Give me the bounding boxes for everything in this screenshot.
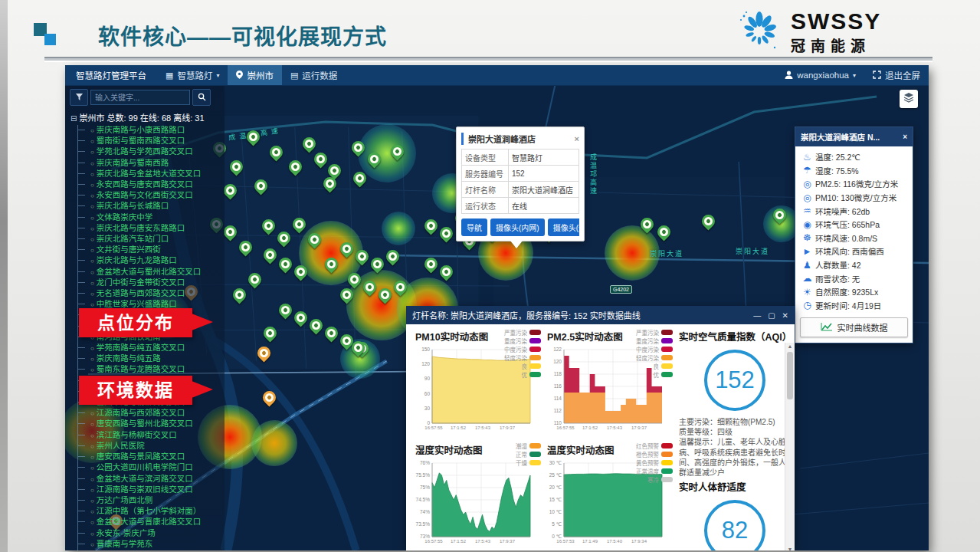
sidebar-tree-item[interactable]: ○金盆地大道与滨河路交叉口 xyxy=(77,474,225,485)
legend-swatch xyxy=(661,460,673,465)
nav-item-run-data[interactable]: ▤ 运行数据 xyxy=(282,65,346,85)
sidebar-tree-item[interactable]: ○崇庆南路与小康西路路口 xyxy=(77,125,225,136)
environment-reading-row: ☂湿度: 75.5% xyxy=(801,164,910,178)
svg-text:16:57:55: 16:57:55 xyxy=(556,426,575,430)
sidebar-tree-item[interactable]: ○公园大道四川机电学院门口 xyxy=(77,462,225,473)
nav-item-city[interactable]: 崇州市 xyxy=(228,65,282,85)
legend-swatch xyxy=(529,330,541,335)
scroll-up-icon[interactable]: ▲ xyxy=(788,343,793,350)
sidebar-tree-item[interactable]: ○崇庆南路与蜀南西路 xyxy=(77,158,225,169)
chart-legend: 红色预警橙色预警黄色预警正常温度寒冷 xyxy=(636,442,673,484)
sidebar-tree-item[interactable]: ○文井街与唐兴西街 xyxy=(77,245,225,255)
close-icon[interactable]: × xyxy=(575,134,579,143)
lamp-node-icon: ○ xyxy=(90,519,94,526)
svg-text:17:9:37: 17:9:37 xyxy=(631,426,647,430)
lamp-node-icon: ○ xyxy=(90,171,94,178)
sidebar-tree-item[interactable]: ○万达广场西北侧 xyxy=(77,495,225,506)
realtime-panel-titlebar[interactable]: 灯杆名称: 崇阳大道涧峰酒店，服务器编号: 152 实时数据曲线 —▢✕ xyxy=(406,306,795,324)
sidebar-tree-item[interactable]: ○无名道路与西郊路交叉口 xyxy=(77,288,225,299)
sidebar-tree-item[interactable]: ○江源南路与崇双旧线交叉口 xyxy=(77,485,225,495)
svg-text:122: 122 xyxy=(553,347,562,352)
lamp-node-icon: ○ xyxy=(90,508,94,515)
funnel-icon xyxy=(75,90,84,104)
nav-item-label: 崇州市 xyxy=(247,69,274,81)
svg-text:20 ℃: 20 ℃ xyxy=(549,485,562,490)
svg-text:114: 114 xyxy=(554,396,562,401)
map-layers-button[interactable] xyxy=(900,90,918,108)
svg-text:17:9:37: 17:9:37 xyxy=(500,426,516,430)
sidebar-tree-item[interactable]: ○永安西路与文化西街交叉口 xyxy=(77,190,225,201)
minimize-icon[interactable]: — xyxy=(753,311,761,320)
logo-brand-text: SWSSY xyxy=(791,10,881,33)
svg-text:17:9:37: 17:9:37 xyxy=(500,539,516,544)
svg-text:17:1:49: 17:1:49 xyxy=(582,539,598,544)
reading-text: 人群数量: 42 xyxy=(815,259,861,271)
lamp-node-icon: ○ xyxy=(90,498,94,504)
lamp-node-icon: ○ xyxy=(90,356,94,363)
sidebar-tree-item[interactable]: ○蜀南东路与龙腾路交叉口 xyxy=(77,364,225,375)
popup-action-button[interactable]: 摄像头(外网) xyxy=(548,219,579,236)
svg-text:15 ℃: 15 ℃ xyxy=(549,497,562,502)
close-icon[interactable]: ✕ xyxy=(782,311,788,320)
reading-text: 环境噪声: 62db xyxy=(815,205,870,217)
sidebar-tree-item[interactable]: ○唐安西路与景凤路交叉口 xyxy=(77,452,225,462)
sidebar-tree-item[interactable]: ○金盆地大道与蜀州北路交叉口 xyxy=(77,267,225,278)
sidebar-tree-item[interactable]: ○崇庆北路与长城路口 xyxy=(77,201,225,212)
sidebar-tree-item[interactable]: ○唐安西路与蜀州北路交叉口 xyxy=(77,419,225,429)
sidebar-tree-item[interactable]: ○崇庆南路与纯五路 xyxy=(77,353,225,364)
sidebar-tree-item[interactable]: ○文体路与团结路 xyxy=(77,550,225,550)
sidebar-tree-item[interactable]: ○龙门中街与金带街交叉口 xyxy=(77,278,225,288)
sidebar-tree-item[interactable]: ○金盆地大道与晋康北路交叉口 xyxy=(77,517,225,527)
search-button[interactable] xyxy=(192,89,211,106)
tree-root-node[interactable]: ⊟崇州市 总数: 99 在线: 68 离线: 31 xyxy=(70,111,225,123)
scroll-down-icon[interactable]: ▼ xyxy=(788,546,793,550)
slide-left-strip xyxy=(0,0,8,552)
legend-entry: 良 xyxy=(504,362,541,370)
close-icon[interactable]: × xyxy=(903,133,907,141)
legend-entry: 严重污染 xyxy=(636,328,673,337)
comfort-title: 实时人体舒适度 xyxy=(679,479,791,494)
search-input[interactable] xyxy=(90,90,190,105)
sidebar-tree-item[interactable]: ○崇庆北路与九龙路路口 xyxy=(77,255,225,266)
realtime-curve-button[interactable]: 实时曲线数据 xyxy=(800,317,908,337)
street-label: 崇阳大道 xyxy=(650,248,683,258)
sidebar-tree-item[interactable]: ○永安东-崇庆广场 xyxy=(77,528,225,539)
sidebar-tree-item[interactable]: ○崇庆北路汽车站门口 xyxy=(77,234,225,245)
legend-swatch xyxy=(529,363,541,369)
sidebar-tree-item[interactable]: ○江源南路与西郊路交叉口 xyxy=(77,408,225,419)
sidebar-tree-item[interactable]: ○学苑北路与学苑西路交叉口 xyxy=(77,146,225,157)
lamp-node-icon: ○ xyxy=(90,236,94,243)
people-count-icon: ♟ xyxy=(801,260,814,271)
scrollbar-thumb[interactable] xyxy=(787,352,793,399)
aqi-value: 152 xyxy=(715,366,755,394)
nav-item-smart-lamp[interactable]: ▦ 智慧路灯 ▾ xyxy=(157,65,228,85)
sidebar-tree-item[interactable]: ○滨江路与杨柳街交叉口 xyxy=(77,430,225,441)
search-icon xyxy=(198,90,206,104)
popup-detail-table: 设备类型智慧路灯服务器编号152灯杆名称崇阳大道涧峰酒店运行状态在线 xyxy=(461,149,579,214)
sidebar-tree-item[interactable]: ○永安西路与唐安西路交叉口 xyxy=(77,179,225,190)
sidebar-tree-item[interactable]: ○学苑南路与纯五路交叉口 xyxy=(77,343,225,353)
lamp-node-icon: ○ xyxy=(90,149,94,156)
sidebar-tree-item[interactable]: ○崇庆北路与唐安东路路口 xyxy=(77,223,225,234)
lamp-node-icon: ○ xyxy=(90,280,94,287)
svg-text:0: 0 xyxy=(427,420,430,426)
tree-collapse-icon[interactable]: ⊟ xyxy=(70,114,77,123)
sidebar-tree-item[interactable]: ○文体路崇庆中学 xyxy=(77,212,225,223)
exit-fullscreen-button[interactable]: 退出全屏 xyxy=(864,65,929,85)
environment-reading-row: ►环境风向: 西南偏西 xyxy=(801,245,910,258)
sidebar-tree-item[interactable]: ○蜀南街与蜀南西路交叉口 xyxy=(77,136,225,146)
panel-scrollbar[interactable]: ▲ ▼ xyxy=(785,343,795,550)
filter-button[interactable] xyxy=(70,89,88,106)
legend-swatch xyxy=(529,443,541,449)
popup-action-button[interactable]: 导航 xyxy=(461,219,487,236)
sidebar-tree-item[interactable]: ○江源中路（第七小学斜对面） xyxy=(77,506,225,517)
heatmap-blob xyxy=(251,420,297,466)
user-menu[interactable]: wangxiaohua ▾ xyxy=(776,65,864,85)
sidebar-tree-item[interactable]: ○崇州人民医院 xyxy=(77,441,225,452)
legend-swatch xyxy=(529,452,541,457)
popup-action-button[interactable]: 摄像头(内网) xyxy=(490,219,545,236)
restore-icon[interactable]: ▢ xyxy=(768,311,775,320)
sidebar-tree-item[interactable]: ○晋康南与学苑东 xyxy=(77,539,225,550)
sidebar-tree-item[interactable]: ○崇庆北路与金盆地大道交叉口 xyxy=(77,169,225,179)
svg-text:118: 118 xyxy=(554,371,562,376)
